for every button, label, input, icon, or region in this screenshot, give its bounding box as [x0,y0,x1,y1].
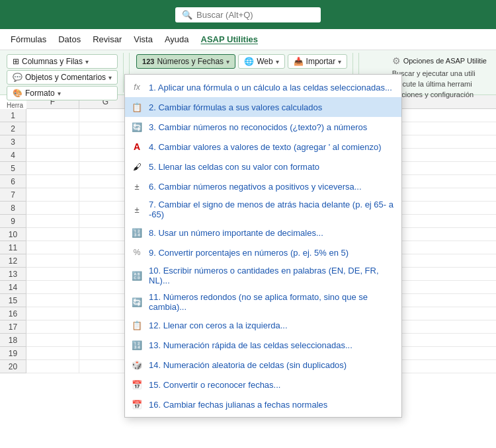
grid-cell[interactable] [26,320,79,334]
menu-bar: Fórmulas Datos Revisar Vista Ayuda ASAP … [0,29,496,50]
item-icon-item12: 📋 [130,318,144,332]
gear-icon: ⚙ [392,56,401,66]
ribbon-group-label: Herra [7,102,23,109]
dropdown-item-item8[interactable]: 🔢 8. Usar un número importante de decima… [125,223,401,243]
item-icon-item3: 🔄 [130,120,144,133]
ribbon-buttons-left: ⊞ Columnas y Filas ▾ 💬 Objetos y Comenta… [7,54,118,100]
grid-cell[interactable] [26,334,79,347]
grid-cell[interactable] [26,188,79,202]
menu-item-vista[interactable]: Vista [128,32,158,47]
comment-icon: 💬 [13,73,22,82]
grid-cell[interactable] [26,241,79,254]
columnas-filas-button[interactable]: ⊞ Columnas y Filas ▾ [7,54,118,69]
grid-cell[interactable] [26,149,79,162]
item-icon-item4: A [130,140,144,153]
item-text-item8: 8. Usar un número importante de decimale… [149,228,323,238]
item-text-item16: 16. Cambiar fechas julianas a fechas nor… [149,400,327,410]
grid-cell[interactable] [26,202,79,215]
row-header-7: 7 [0,188,26,202]
item-text-item9: 9. Convertir porcentajes en números (p. … [149,248,349,258]
dropdown-item-item13[interactable]: 🔢 13. Numeración rápida de las celdas se… [125,335,401,355]
row-header-20: 20 [0,360,26,373]
formato-button[interactable]: 🎨 Formato ▾ [7,86,118,100]
row-header-12: 12 [0,254,26,268]
ribbon-right-line1: Buscar y ejecutar una utili [388,69,491,78]
menu-item-revisar[interactable]: Revisar [87,32,127,47]
dropdown-item-item16[interactable]: 📅 16. Cambiar fechas julianas a fechas n… [125,394,401,414]
grid-cell[interactable] [26,228,79,241]
item-icon-item8: 🔢 [130,226,144,239]
dropdown-item-item12[interactable]: 📋 12. Llenar con ceros a la izquierda... [125,315,401,335]
dropdown-item-item14[interactable]: 🎲 14. Numeración aleatoria de celdas (si… [125,355,401,375]
dropdown-item-item3[interactable]: 🔄 3. Cambiar números no reconocidos (¿te… [125,117,401,137]
menu-item-ayuda[interactable]: Ayuda [159,32,194,47]
row-header-5: 5 [0,162,26,175]
grid-cell[interactable] [26,109,79,122]
item-icon-item15: 📅 [130,378,144,391]
chevron-down-icon3: ▾ [58,90,61,97]
grid-cell[interactable] [26,175,79,188]
menu-item-asap[interactable]: ASAP Utilities [196,32,263,47]
row-header-13: 13 [0,268,26,281]
item-icon-item6: ± [130,180,144,193]
ribbon-right-line3: Opciones y configuración [388,90,491,99]
search-icon: 🔍 [182,10,192,20]
item-text-item3: 3. Cambiar números no reconocidos (¿text… [149,122,367,132]
grid-cell[interactable] [26,215,79,228]
item-icon-item1: fx [130,81,144,94]
importar-button[interactable]: 📥 Importar ▾ [288,54,348,69]
menu-item-datos[interactable]: Datos [53,32,86,47]
menu-item-formulas[interactable]: Fórmulas [5,32,52,47]
grid-cell[interactable] [26,294,79,307]
row-header-15: 15 [0,294,26,307]
grid-cell[interactable] [26,307,79,320]
item-text-item7: 7. Cambiar el signo de menos de atrás ha… [149,200,393,219]
row-header-14: 14 [0,281,26,294]
row-header-8: 8 [0,202,26,215]
grid-cell[interactable] [26,162,79,175]
row-header-17: 17 [0,320,26,334]
grid-cell[interactable] [26,268,79,281]
objetos-comentarios-button[interactable]: 💬 Objetos y Comentarios ▾ [7,70,118,85]
ribbon-group-left: ⊞ Columnas y Filas ▾ 💬 Objetos y Comenta… [5,53,124,93]
web-button[interactable]: 🌐 Web ▾ [238,54,284,69]
search-box[interactable]: 🔍 [175,7,321,22]
ribbon-right-line2: Ejecute la última herrami [388,79,491,89]
item-text-item10: 10. Escribir números o cantidades en pal… [149,266,393,285]
item-text-item12: 12. Llenar con ceros a la izquierda... [149,320,288,330]
grid-cell[interactable] [26,135,79,149]
item-text-item4: 4. Cambiar valores a valores de texto (a… [149,142,381,152]
item-icon-item16: 📅 [130,398,144,411]
dropdown-item-item4[interactable]: A 4. Cambiar valores a valores de texto … [125,137,401,157]
dropdown-item-item11[interactable]: 🔄 11. Números redondos (no se aplica for… [125,289,401,315]
dropdown-item-item9[interactable]: % 9. Convertir porcentajes en números (p… [125,243,401,262]
row-header-9: 9 [0,215,26,228]
item-icon-item14: 🎲 [130,358,144,371]
row-header-19: 19 [0,347,26,360]
row-header-18: 18 [0,334,26,347]
search-input[interactable] [196,10,309,20]
row-header-16: 16 [0,307,26,320]
item-text-item1: 1. Aplicar una fórmula o un cálculo a la… [149,83,392,93]
grid-cell[interactable] [26,347,79,360]
dropdown-item-item5[interactable]: 🖌 5. Llenar las celdas con su valor con … [125,157,401,176]
dropdown-menu: fx 1. Aplicar una fórmula o un cálculo a… [124,74,402,418]
dropdown-item-item10[interactable]: 🔠 10. Escribir números o cantidades en p… [125,262,401,289]
grid-cell[interactable] [26,281,79,294]
dropdown-item-item1[interactable]: fx 1. Aplicar una fórmula o un cálculo a… [125,77,401,97]
dropdown-item-item15[interactable]: 📅 15. Convertir o reconocer fechas... [125,375,401,394]
numeros-fechas-button[interactable]: 123 Números y Fechas ▾ [136,54,235,69]
item-icon-item10: 🔠 [130,269,144,282]
item-text-item11: 11. Números redondos (no se aplica forma… [149,292,393,312]
grid-cell[interactable] [26,254,79,268]
item-text-item6: 6. Cambiar números negativos a positivos… [149,182,362,192]
grid-cell[interactable] [26,360,79,373]
ribbon-gear-btn[interactable]: ⚙ Opciones de ASAP Utilitie [388,54,491,67]
item-icon-item5: 🖌 [130,160,144,173]
grid-cell[interactable] [26,122,79,135]
dropdown-item-item2[interactable]: 📋 2. Cambiar fórmulas a sus valores calc… [125,97,401,117]
item-text-item5: 5. Llenar las celdas con su valor con fo… [149,162,319,172]
item-icon-item2: 📋 [130,100,144,114]
dropdown-item-item7[interactable]: ± 7. Cambiar el signo de menos de atrás … [125,196,401,223]
dropdown-item-item6[interactable]: ± 6. Cambiar números negativos a positiv… [125,176,401,196]
